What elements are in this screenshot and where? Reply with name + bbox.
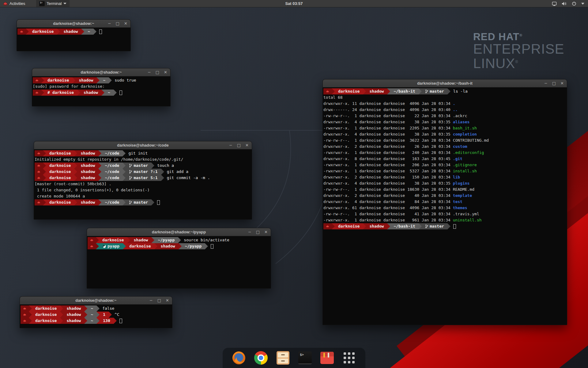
- prompt-segment-host: shadow: [63, 312, 84, 318]
- display-icon[interactable]: [552, 2, 557, 6]
- prompt-segment-path: ~/code: [101, 199, 123, 205]
- file-attributes: drwxrwxr-x. 4 darknoise darknoise 38 Jan…: [323, 132, 453, 136]
- window-titlebar[interactable]: darknoise@shadow:~/pyapp−□✕: [87, 228, 271, 236]
- dock: $>: [223, 348, 365, 368]
- powerline-arrow-icon: [26, 29, 29, 35]
- close-button[interactable]: ✕: [164, 70, 167, 74]
- chevron-down-icon[interactable]: [581, 3, 584, 5]
- minimize-button[interactable]: −: [229, 143, 232, 147]
- terminal-icon[interactable]: $>: [298, 351, 312, 365]
- window-titlebar[interactable]: darknoise@shadow:~−□✕: [20, 297, 172, 305]
- file-list-row: -rw-rw-r--. 1 darknoise darknoise 3622 J…: [323, 137, 567, 144]
- minimize-button[interactable]: −: [149, 298, 153, 302]
- file-name: .gitignore: [453, 163, 477, 167]
- file-name: uninstall.sh: [453, 218, 482, 222]
- clock[interactable]: Sat 03:57: [285, 1, 303, 6]
- minimize-button[interactable]: −: [148, 70, 151, 74]
- terminal-prompt-line: darknoiseshadow~false: [21, 305, 172, 312]
- terminal-prompt-line: darknoiseshadow~/codemaster S:1git commi…: [35, 175, 252, 181]
- powerline-arrow-icon: [179, 243, 182, 249]
- close-button[interactable]: ✕: [166, 298, 169, 302]
- powerline-arrow-icon: [74, 199, 77, 205]
- terminal-content[interactable]: darknoiseshadow~/bash-itmasterls -latota…: [323, 87, 567, 325]
- toolbox-icon[interactable]: [320, 351, 334, 365]
- terminal-content[interactable]: darknoiseshadow~sudo true[sudo] password…: [32, 76, 170, 106]
- close-button[interactable]: ✕: [124, 21, 127, 25]
- file-name: lib: [453, 175, 460, 179]
- powerline-arrow-icon: [41, 90, 44, 96]
- file-attributes: -rwxrwxr-x. 1 darknoise darknoise 206 Ja…: [323, 163, 453, 167]
- close-button[interactable]: ✕: [245, 143, 249, 147]
- file-name: README.md: [453, 187, 474, 192]
- window-titlebar[interactable]: darknoise@shadow:~−□✕: [32, 68, 170, 76]
- powerline-arrow-icon: [96, 318, 100, 324]
- rhel-logo: RED HAT® ENTERPRISE LINUX®: [473, 32, 564, 71]
- close-button[interactable]: ✕: [264, 230, 268, 234]
- prompt-segment-hat: [35, 199, 43, 205]
- powerline-arrow-icon: [96, 243, 99, 249]
- prompt-segment-hat: [35, 150, 43, 156]
- command-text: git init: [128, 150, 148, 156]
- powerline-arrow-icon: [114, 90, 117, 96]
- powerline-arrow-icon: [123, 175, 126, 181]
- prompt-segment-hat: [33, 90, 41, 96]
- close-button[interactable]: ✕: [560, 81, 564, 85]
- maximize-button[interactable]: □: [116, 21, 119, 25]
- minimize-button[interactable]: −: [248, 230, 251, 234]
- firefox-icon[interactable]: [232, 351, 246, 365]
- activities-button[interactable]: Activities: [0, 0, 28, 7]
- terminal-content[interactable]: darknoiseshadow~/codegit initInitialized…: [34, 149, 252, 219]
- volume-icon[interactable]: [562, 2, 567, 6]
- power-icon[interactable]: [572, 1, 576, 6]
- window-titlebar[interactable]: darknoise@shadow:~−□✕: [17, 20, 130, 28]
- maximize-button[interactable]: □: [552, 81, 556, 85]
- git-branch-icon: [129, 163, 132, 168]
- terminal-cursor: [211, 244, 213, 249]
- window-titlebar[interactable]: darknoise@shadow:~/bash-it−□✕: [323, 79, 567, 87]
- file-name: .travis.yml: [453, 212, 479, 216]
- maximize-button[interactable]: □: [156, 70, 159, 74]
- powerline-arrow-icon: [77, 90, 80, 96]
- prompt-segment-hat: [21, 312, 29, 318]
- minimize-button[interactable]: −: [108, 21, 111, 25]
- maximize-button[interactable]: □: [256, 230, 260, 234]
- file-name: test: [453, 199, 462, 204]
- minimize-button[interactable]: −: [544, 81, 548, 85]
- file-attributes: drwxrwxr-x. 2 darknoise darknoise 40 Jan…: [323, 193, 453, 198]
- terminal-content[interactable]: darknoiseshadow~/pyappsource bin/activat…: [87, 236, 271, 288]
- prompt-segment-path: ~: [104, 90, 114, 96]
- powerline-arrow-icon: [109, 312, 112, 318]
- terminal-window: darknoise@shadow:~−□✕darknoiseshadow~: [17, 19, 131, 51]
- prompt-segment-host: shadow: [366, 88, 387, 94]
- terminal-prompt-line: pyappdarknoiseshadow~/pyapp: [88, 243, 271, 249]
- chrome-icon[interactable]: [254, 351, 268, 365]
- terminal-output-line: total 68: [323, 94, 567, 101]
- prompt-segment-hat: [88, 243, 96, 249]
- file-name: ..: [453, 107, 458, 112]
- app-menu-terminal[interactable]: $> Terminal: [36, 0, 70, 7]
- maximize-button[interactable]: □: [237, 143, 241, 147]
- window-title: darknoise@shadow:~/pyapp: [152, 230, 206, 234]
- window-titlebar[interactable]: darknoise@shadow:~/code−□✕: [34, 141, 252, 149]
- file-name: template: [453, 193, 472, 198]
- prompt-segment-user: darknoise: [126, 243, 154, 249]
- terminal-window: darknoise@shadow:~/bash-it−□✕darknoisesh…: [322, 79, 567, 325]
- app-grid-icon[interactable]: [342, 351, 356, 365]
- prompt-segment-user: darknoise: [44, 77, 72, 83]
- prompt-segment-path: ~/bash-it: [390, 223, 418, 229]
- terminal-content[interactable]: darknoiseshadow~: [17, 28, 130, 51]
- prompt-segment-user: darknoise: [46, 150, 74, 156]
- file-attributes: -rwxrwxr-x. 1 darknoise darknoise 961 Ja…: [323, 218, 453, 222]
- terminal-cursor: [453, 224, 456, 229]
- powerline-arrow-icon: [98, 199, 101, 205]
- activities-label: Activities: [9, 1, 25, 6]
- terminal-content[interactable]: darknoiseshadow~falsedarknoiseshadow~1^C…: [20, 305, 172, 328]
- file-name: plugins: [453, 181, 470, 186]
- file-list-row: drwxrwxr-x. 61 darknoise darknoise 4096 …: [323, 205, 567, 211]
- maximize-button[interactable]: □: [157, 298, 161, 302]
- powerline-arrow-icon: [363, 88, 366, 94]
- python-venv-icon: [102, 244, 106, 248]
- powerline-arrow-icon: [29, 312, 32, 318]
- files-icon[interactable]: [276, 351, 290, 365]
- terminal-prompt-line: darknoiseshadow~1^C: [21, 312, 172, 318]
